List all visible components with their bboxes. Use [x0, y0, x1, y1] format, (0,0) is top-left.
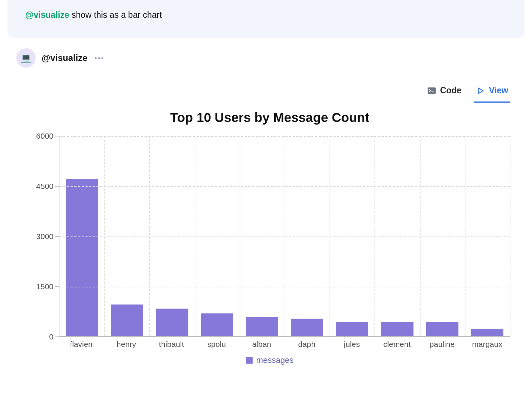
legend-swatch	[246, 357, 253, 364]
bar[interactable]	[201, 313, 233, 336]
y-tick-label: 6000	[36, 132, 53, 141]
bar[interactable]	[426, 322, 458, 336]
bar[interactable]	[381, 322, 413, 336]
y-tick-label: 1500	[36, 282, 53, 291]
play-icon	[476, 86, 485, 96]
x-tick-label: pauline	[419, 340, 464, 349]
user-prompt-card: @visualize show this as a bar chart	[7, 0, 525, 38]
prompt-text: show this as a bar chart	[69, 10, 162, 20]
legend-label: messages	[256, 355, 293, 365]
bar-slot	[420, 136, 465, 336]
tab-view-label: View	[489, 86, 508, 96]
x-tick-label: jules	[329, 340, 374, 349]
gridline-vertical	[285, 136, 285, 336]
bar-slot	[374, 136, 419, 336]
x-tick-label: alban	[239, 340, 284, 349]
gridline-vertical	[465, 136, 466, 336]
bar-slot	[285, 136, 330, 336]
gridline-vertical	[240, 136, 240, 336]
gridline-vertical	[330, 136, 330, 336]
y-axis: 01500300045006000	[30, 136, 59, 337]
bar-slot	[465, 136, 510, 336]
x-tick-label: clement	[374, 340, 419, 349]
bar[interactable]	[291, 319, 323, 336]
x-tick-label: margaux	[465, 340, 510, 349]
tabs-row: Code View	[7, 83, 525, 103]
tab-code-label: Code	[440, 86, 462, 96]
x-tick-label: thibault	[149, 340, 194, 349]
bar[interactable]	[246, 317, 278, 336]
y-tick-label: 4500	[36, 182, 53, 191]
avatar-emoji: 💻	[20, 53, 32, 63]
chart-title: Top 10 Users by Message Count	[30, 110, 510, 125]
x-tick-label: spolu	[194, 340, 239, 349]
bar-slot	[104, 136, 149, 336]
tab-view[interactable]: View	[474, 83, 510, 103]
response-header: 💻 @visualize	[7, 48, 525, 68]
bar-slot	[240, 136, 285, 336]
x-tick-label: flavien	[59, 340, 104, 349]
terminal-icon	[427, 86, 437, 96]
mention-chip[interactable]: @visualize	[25, 10, 69, 20]
x-axis-labels: flavienhenrythibaultspolualbandaphjulesc…	[59, 340, 510, 349]
x-tick-label: daph	[284, 340, 329, 349]
gridline-vertical	[374, 136, 375, 336]
plot-area	[59, 136, 510, 337]
tab-code[interactable]: Code	[425, 83, 463, 103]
bar[interactable]	[66, 179, 98, 336]
bar[interactable]	[111, 304, 143, 336]
x-tick-label: henry	[104, 340, 149, 349]
bar-slot	[330, 136, 374, 336]
gridline-vertical	[195, 136, 195, 336]
bar-slot	[195, 136, 240, 336]
y-tick-label: 3000	[36, 232, 53, 241]
bar[interactable]	[471, 329, 503, 336]
svg-rect-0	[428, 87, 436, 94]
bar[interactable]	[336, 322, 368, 336]
gridline-vertical	[104, 136, 105, 336]
gridline-vertical	[510, 136, 510, 336]
response-agent-name: @visualize	[42, 53, 87, 63]
gridline-vertical	[149, 136, 150, 336]
chart-container: Top 10 Users by Message Count 0150030004…	[7, 110, 525, 365]
avatar: 💻	[16, 48, 36, 68]
more-icon[interactable]	[95, 57, 103, 59]
bar-slot	[59, 136, 104, 336]
legend: messages	[30, 355, 510, 365]
y-tick-label: 0	[49, 332, 53, 341]
bar[interactable]	[156, 309, 188, 336]
gridline-vertical	[420, 136, 421, 336]
bar-slot	[149, 136, 194, 336]
